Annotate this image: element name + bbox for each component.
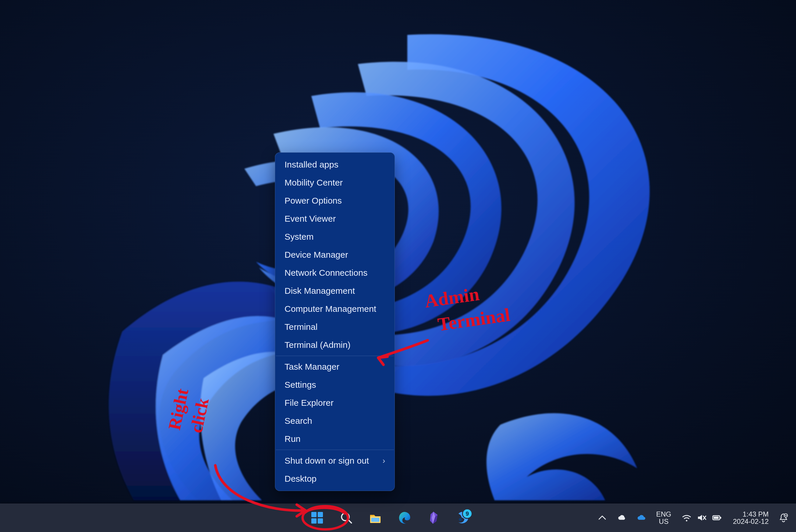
language-code-line2: US	[659, 518, 668, 525]
tray-onedrive-icon[interactable]	[633, 503, 651, 532]
menu-item-computer-management[interactable]: Computer Management	[275, 300, 395, 318]
menu-item-power-options[interactable]: Power Options	[275, 192, 395, 210]
app-badge: 9	[462, 509, 473, 519]
system-tray: ENG US 1:43 PM 2024-02-12	[593, 504, 793, 532]
taskbar[interactable]: 9 ENG US	[0, 504, 796, 532]
taskbar-steam[interactable]: 9	[451, 506, 474, 529]
start-button[interactable]	[305, 506, 329, 529]
svg-rect-4	[318, 518, 323, 524]
svg-rect-7	[371, 518, 379, 522]
menu-item-terminal-admin[interactable]: Terminal (Admin)	[275, 336, 395, 354]
menu-item-label: Run	[285, 434, 301, 444]
taskbar-search-button[interactable]	[335, 506, 358, 529]
menu-separator	[276, 450, 394, 450]
menu-item-label: Disk Management	[285, 286, 355, 296]
badge-count: 9	[466, 511, 469, 517]
language-code-line1: ENG	[656, 511, 671, 518]
menu-item-settings[interactable]: Settings	[275, 376, 395, 394]
menu-item-label: File Explorer	[285, 398, 334, 408]
menu-item-label: Network Connections	[285, 268, 367, 278]
menu-item-shut-down[interactable]: Shut down or sign out›	[275, 452, 395, 470]
chevron-up-icon	[597, 513, 607, 523]
menu-item-network-connections[interactable]: Network Connections	[275, 264, 395, 282]
svg-rect-2	[318, 512, 323, 517]
tray-weather-icon[interactable]	[613, 503, 631, 532]
svg-point-10	[459, 518, 462, 521]
menu-item-search[interactable]: Search	[275, 412, 395, 430]
desktop-wallpaper	[0, 0, 796, 532]
taskbar-obsidian[interactable]	[422, 506, 445, 529]
menu-item-terminal[interactable]: Terminal	[275, 318, 395, 336]
menu-item-label: Device Manager	[285, 250, 348, 260]
menu-item-label: Task Manager	[285, 362, 339, 372]
svg-rect-13	[720, 517, 721, 519]
tray-clock-button[interactable]: 1:43 PM 2024-02-12	[729, 505, 773, 531]
svg-line-6	[348, 520, 352, 523]
menu-item-file-explorer[interactable]: File Explorer	[275, 394, 395, 412]
wifi-icon	[682, 513, 691, 523]
tray-overflow-button[interactable]	[593, 503, 611, 532]
file-explorer-icon	[368, 511, 382, 525]
svg-rect-3	[311, 518, 317, 524]
menu-item-mobility-center[interactable]: Mobility Center	[275, 174, 395, 192]
menu-item-label: Settings	[285, 380, 316, 390]
svg-point-11	[686, 520, 687, 521]
menu-item-label: Installed apps	[285, 160, 338, 170]
chevron-right-icon: ›	[383, 456, 385, 466]
taskbar-pinned-group: 9	[305, 504, 474, 532]
tray-notifications-button[interactable]	[775, 503, 793, 532]
menu-item-label: Terminal	[285, 322, 317, 332]
windows-logo-icon	[310, 511, 324, 525]
bell-do-not-disturb-icon	[779, 513, 789, 523]
menu-item-device-manager[interactable]: Device Manager	[275, 246, 395, 264]
menu-item-event-viewer[interactable]: Event Viewer	[275, 210, 395, 228]
clock-time: 1:43 PM	[743, 511, 769, 518]
menu-item-label: Computer Management	[285, 304, 376, 314]
menu-separator	[276, 356, 394, 356]
menu-item-label: Shut down or sign out	[285, 456, 369, 466]
cloud-icon	[617, 513, 627, 523]
menu-item-label: Desktop	[285, 474, 317, 484]
svg-rect-14	[714, 517, 719, 519]
tray-status-group[interactable]	[677, 503, 727, 532]
edge-icon	[397, 511, 411, 525]
taskbar-file-explorer[interactable]	[364, 506, 387, 529]
menu-item-label: Terminal (Admin)	[285, 340, 350, 350]
menu-item-desktop[interactable]: Desktop	[275, 470, 395, 488]
menu-item-installed-apps[interactable]: Installed apps	[275, 156, 395, 174]
menu-item-task-manager[interactable]: Task Manager	[275, 358, 395, 376]
menu-item-label: Search	[285, 416, 312, 426]
menu-item-label: Mobility Center	[285, 178, 343, 188]
clock-date: 2024-02-12	[733, 518, 769, 525]
search-icon	[339, 511, 353, 525]
volume-muted-icon	[697, 513, 707, 523]
obsidian-icon	[427, 511, 440, 525]
onedrive-icon	[637, 513, 647, 523]
menu-item-label: Event Viewer	[285, 214, 336, 224]
menu-item-system[interactable]: System	[275, 228, 395, 246]
battery-icon	[712, 513, 722, 523]
menu-item-disk-management[interactable]: Disk Management	[275, 282, 395, 300]
menu-item-label: System	[285, 232, 314, 242]
menu-item-run[interactable]: Run	[275, 430, 395, 448]
winx-context-menu[interactable]: Installed apps Mobility Center Power Opt…	[275, 152, 395, 491]
taskbar-edge[interactable]	[393, 506, 416, 529]
svg-rect-1	[311, 512, 317, 517]
tray-language-button[interactable]: ENG US	[652, 505, 675, 531]
menu-item-label: Power Options	[285, 196, 342, 206]
